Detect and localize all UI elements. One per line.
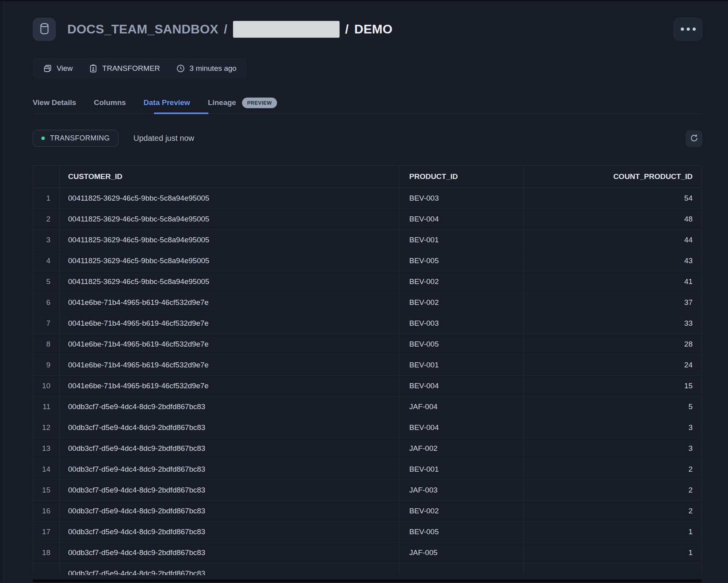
- cell-customer-id: 0041e6be-71b4-4965-b619-46cf532d9e7e: [60, 376, 399, 396]
- cell-customer-id: 00db3cf7-d5e9-4dc4-8dc9-2bdfd867bc83: [60, 563, 399, 575]
- cell-product-id: BEV-005: [399, 251, 524, 271]
- table-row: 1100db3cf7-d5e9-4dc4-8dc9-2bdfd867bc83JA…: [33, 397, 701, 417]
- breadcrumb-separator: /: [345, 22, 349, 37]
- table-row: 400411825-3629-46c5-9bbc-5c8a94e95005BEV…: [33, 251, 701, 271]
- table-row: 1500db3cf7-d5e9-4dc4-8dc9-2bdfd867bc83JA…: [33, 480, 701, 501]
- cell-product-id: BEV-002: [399, 271, 524, 292]
- cell-customer-id: 00411825-3629-46c5-9bbc-5c8a94e95005: [60, 230, 399, 250]
- cell-customer-id: 00db3cf7-d5e9-4dc4-8dc9-2bdfd867bc83: [60, 522, 399, 542]
- cell-customer-id: 00db3cf7-d5e9-4dc4-8dc9-2bdfd867bc83: [60, 480, 399, 500]
- preview-pill-badge: PREVIEW: [242, 98, 277, 108]
- column-header-product-id: PRODUCT_ID: [399, 166, 524, 188]
- cell-count-product-id: 24: [524, 355, 701, 375]
- row-number: 4: [33, 251, 60, 271]
- table-row: 100411825-3629-46c5-9bbc-5c8a94e95005BEV…: [33, 188, 701, 209]
- object-role-badge: TRANSFORMER: [89, 64, 160, 73]
- more-options-button[interactable]: [674, 18, 702, 41]
- status-dot-icon: [41, 137, 45, 140]
- table-row: 1700db3cf7-d5e9-4dc4-8dc9-2bdfd867bc83BE…: [33, 522, 701, 542]
- panel-left-edge: [0, 0, 4, 583]
- cell-count-product-id: 28: [524, 334, 701, 354]
- refresh-button[interactable]: [686, 130, 702, 147]
- cell-customer-id: 0041e6be-71b4-4965-b619-46cf532d9e7e: [60, 355, 399, 375]
- tab-columns[interactable]: Columns: [94, 98, 126, 107]
- cell-customer-id: 0041e6be-71b4-4965-b619-46cf532d9e7e: [60, 313, 399, 334]
- cell-count-product-id: 2: [524, 501, 701, 521]
- breadcrumb-database: DOCS_TEAM_SANDBOX: [67, 22, 218, 37]
- data-preview-table[interactable]: CUSTOMER_ID PRODUCT_ID COUNT_PRODUCT_ID …: [33, 165, 702, 575]
- object-updated-label: 3 minutes ago: [190, 64, 237, 73]
- cell-count-product-id: 43: [524, 251, 701, 271]
- breadcrumb-object: DEMO: [354, 22, 392, 37]
- refresh-icon: [690, 134, 698, 144]
- table-row: 1200db3cf7-d5e9-4dc4-8dc9-2bdfd867bc83BE…: [33, 417, 701, 438]
- row-number: 16: [33, 501, 60, 521]
- table-row: 70041e6be-71b4-4965-b619-46cf532d9e7eBEV…: [33, 313, 701, 334]
- cell-customer-id: 00db3cf7-d5e9-4dc4-8dc9-2bdfd867bc83: [60, 459, 399, 480]
- tab-label: Lineage: [208, 98, 236, 107]
- cell-product-id: [399, 563, 524, 575]
- row-number: 13: [33, 438, 60, 459]
- row-number: 8: [33, 334, 60, 354]
- table-row: 200411825-3629-46c5-9bbc-5c8a94e95005BEV…: [33, 209, 701, 230]
- cell-product-id: BEV-002: [399, 501, 524, 521]
- cell-count-product-id: 2: [524, 459, 701, 480]
- ellipsis-icon: [681, 28, 684, 31]
- cell-count-product-id: 54: [524, 188, 701, 208]
- cell-count-product-id: 3: [524, 438, 701, 459]
- cell-count-product-id: 2: [524, 480, 701, 500]
- cell-count-product-id: 1: [524, 542, 701, 563]
- row-number: 14: [33, 459, 60, 480]
- tab-bar: View Details Columns Data Preview Lineag…: [33, 94, 277, 111]
- row-number: 3: [33, 230, 60, 250]
- breadcrumb-schema-redacted: [233, 21, 340, 38]
- row-number: 7: [33, 313, 60, 334]
- window-top-edge: [0, 0, 728, 1]
- cell-customer-id: 0041e6be-71b4-4965-b619-46cf532d9e7e: [60, 334, 399, 354]
- status-badge-label: TRANSFORMING: [50, 134, 110, 142]
- cell-product-id: BEV-003: [399, 188, 524, 208]
- column-header-customer-id: CUSTOMER_ID: [60, 166, 399, 188]
- cell-product-id: BEV-004: [399, 376, 524, 396]
- updated-just-now-text: Updated just now: [133, 130, 194, 147]
- cell-count-product-id: 33: [524, 313, 701, 334]
- cell-customer-id: 00411825-3629-46c5-9bbc-5c8a94e95005: [60, 209, 399, 229]
- cell-product-id: BEV-005: [399, 334, 524, 354]
- cell-product-id: JAF-002: [399, 438, 524, 459]
- column-header-rownum: [33, 166, 60, 188]
- object-updated-badge: 3 minutes ago: [176, 64, 237, 73]
- cell-count-product-id: 44: [524, 230, 701, 250]
- row-number: 6: [33, 292, 60, 313]
- tab-view-details[interactable]: View Details: [33, 98, 76, 107]
- row-number: 2: [33, 209, 60, 229]
- active-tab-underline: [154, 113, 209, 114]
- cell-customer-id: 00411825-3629-46c5-9bbc-5c8a94e95005: [60, 188, 399, 208]
- object-meta-bar: View TRANSFORMER 3 minutes ago: [33, 58, 247, 79]
- cell-product-id: BEV-001: [399, 459, 524, 480]
- status-badge: TRANSFORMING: [33, 130, 118, 147]
- cell-product-id: BEV-004: [399, 209, 524, 229]
- cell-count-product-id: 15: [524, 376, 701, 396]
- cell-count-product-id: 37: [524, 292, 701, 313]
- table-row: 80041e6be-71b4-4965-b619-46cf532d9e7eBEV…: [33, 334, 701, 355]
- table-row: 90041e6be-71b4-4965-b619-46cf532d9e7eBEV…: [33, 355, 701, 376]
- tabs-divider: [33, 114, 702, 114]
- horizontal-scrollbar[interactable]: [33, 579, 702, 582]
- row-number: 18: [33, 542, 60, 563]
- tab-lineage[interactable]: Lineage PREVIEW: [208, 98, 277, 108]
- table-row: 1600db3cf7-d5e9-4dc4-8dc9-2bdfd867bc83BE…: [33, 501, 701, 522]
- cell-customer-id: 00db3cf7-d5e9-4dc4-8dc9-2bdfd867bc83: [60, 501, 399, 521]
- cell-customer-id: 0041e6be-71b4-4965-b619-46cf532d9e7e: [60, 292, 399, 313]
- tab-label: Columns: [94, 98, 126, 107]
- cell-product-id: BEV-001: [399, 230, 524, 250]
- view-icon: [43, 64, 52, 73]
- cell-count-product-id: 1: [524, 522, 701, 542]
- table-row: 1800db3cf7-d5e9-4dc4-8dc9-2bdfd867bc83JA…: [33, 542, 701, 563]
- cell-product-id: BEV-002: [399, 292, 524, 313]
- tab-data-preview[interactable]: Data Preview: [144, 98, 190, 107]
- column-header-count-product-id: COUNT_PRODUCT_ID: [524, 166, 701, 188]
- table-body: 100411825-3629-46c5-9bbc-5c8a94e95005BEV…: [33, 188, 701, 575]
- cell-product-id: BEV-003: [399, 313, 524, 334]
- table-row: 500411825-3629-46c5-9bbc-5c8a94e95005BEV…: [33, 271, 701, 292]
- cell-product-id: BEV-005: [399, 522, 524, 542]
